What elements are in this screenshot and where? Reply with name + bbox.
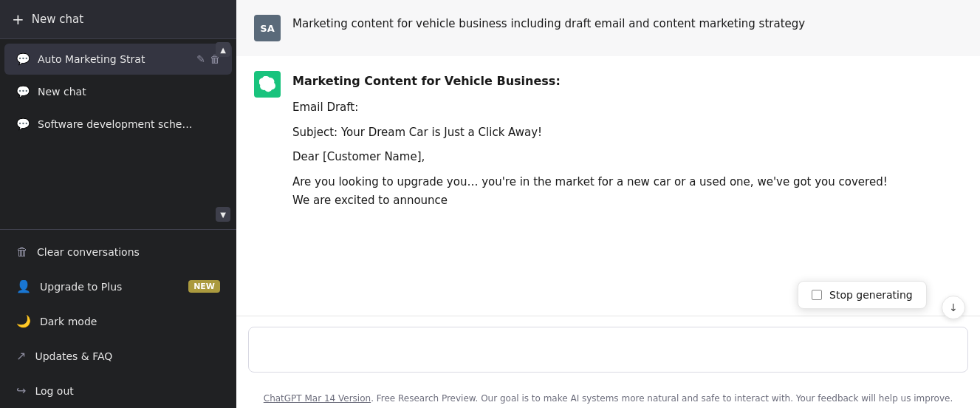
chat-list: 💬 Auto Marketing Strat ✎ 🗑 💬 New chat 💬 … <box>0 39 236 144</box>
chat-item-label-2: New chat <box>38 86 220 98</box>
clear-conversations-label: Clear conversations <box>37 246 140 258</box>
sidebar-item-auto-marketing[interactable]: 💬 Auto Marketing Strat ✎ 🗑 <box>4 44 232 75</box>
user-message-text: Marketing content for vehicle business i… <box>292 15 805 33</box>
body-text: Are you looking to upgrade you… you're i… <box>292 173 898 211</box>
chat-icon-2: 💬 <box>16 85 30 98</box>
edit-icon[interactable]: ✎ <box>196 53 205 65</box>
salutation: Dear [Customer Name], <box>292 148 898 167</box>
gpt-avatar <box>254 71 281 98</box>
main-wrapper: SA Marketing content for vehicle busines… <box>236 0 980 408</box>
upgrade-label: Upgrade to Plus <box>40 281 122 293</box>
input-area <box>236 316 980 386</box>
external-link-icon: ↗ <box>16 349 26 363</box>
scroll-up-button[interactable]: ▲ <box>216 42 230 57</box>
sidebar-item-log-out[interactable]: ↪ Log out <box>4 375 232 407</box>
user-message: SA Marketing content for vehicle busines… <box>236 0 980 56</box>
sidebar-item-upgrade-to-plus[interactable]: 👤 Upgrade to Plus NEW <box>4 271 232 302</box>
scroll-down-main-button[interactable]: ↓ <box>942 296 965 319</box>
email-draft-label: Email Draft: <box>292 98 898 118</box>
sidebar-item-software-dev[interactable]: 💬 Software development sche… <box>4 109 232 140</box>
log-out-label: Log out <box>35 385 73 397</box>
new-badge: NEW <box>188 280 220 293</box>
dark-mode-label: Dark mode <box>40 316 97 327</box>
scroll-down-icon: ↓ <box>949 302 958 313</box>
gpt-icon <box>259 76 275 92</box>
subject-line: Subject: Your Dream Car is Just a Click … <box>292 123 898 143</box>
chat-icon: 💬 <box>16 52 30 66</box>
scroll-down-button[interactable]: ▼ <box>216 207 230 222</box>
chat-item-label: Auto Marketing Strat <box>38 53 189 65</box>
plus-icon: + <box>12 10 24 28</box>
stop-generating-popup[interactable]: Stop generating <box>798 281 927 309</box>
logout-icon: ↪ <box>16 384 26 398</box>
chat-item-label-3: Software development sche… <box>38 118 220 130</box>
ai-message: Marketing Content for Vehicle Business: … <box>236 56 980 231</box>
sidebar-item-updates-faq[interactable]: ↗ Updates & FAQ <box>4 340 232 372</box>
sidebar-item-dark-mode[interactable]: 🌙 Dark mode <box>4 305 232 337</box>
footer-link[interactable]: ChatGPT Mar 14 Version <box>264 393 371 404</box>
chat-area: SA Marketing content for vehicle busines… <box>236 0 980 316</box>
ai-message-content: Marketing Content for Vehicle Business: … <box>292 71 898 217</box>
ai-heading: Marketing Content for Vehicle Business: <box>292 71 898 91</box>
updates-faq-label: Updates & FAQ <box>35 350 112 362</box>
stop-checkbox <box>812 290 822 300</box>
chat-icon-3: 💬 <box>16 118 30 131</box>
sidebar: + New chat ▲ 💬 Auto Marketing Strat ✎ 🗑 … <box>0 0 236 408</box>
avatar: SA <box>254 15 281 41</box>
main: SA Marketing content for vehicle busines… <box>236 0 980 408</box>
footer: ChatGPT Mar 14 Version. Free Research Pr… <box>236 386 980 408</box>
sidebar-scroll: ▲ 💬 Auto Marketing Strat ✎ 🗑 💬 New chat … <box>0 39 236 225</box>
new-chat-label: New chat <box>32 13 83 26</box>
person-icon: 👤 <box>16 279 31 293</box>
stop-label: Stop generating <box>829 289 913 301</box>
new-chat-button[interactable]: + New chat <box>0 0 236 39</box>
sidebar-item-clear-conversations[interactable]: 🗑 Clear conversations <box>4 236 232 268</box>
footer-text-content: . Free Research Preview. Our goal is to … <box>371 393 953 404</box>
sidebar-item-new-chat[interactable]: 💬 New chat <box>4 76 232 107</box>
moon-icon: 🌙 <box>16 314 31 328</box>
sidebar-divider <box>0 229 236 230</box>
chat-input[interactable] <box>248 327 968 373</box>
trash-icon: 🗑 <box>16 245 28 259</box>
